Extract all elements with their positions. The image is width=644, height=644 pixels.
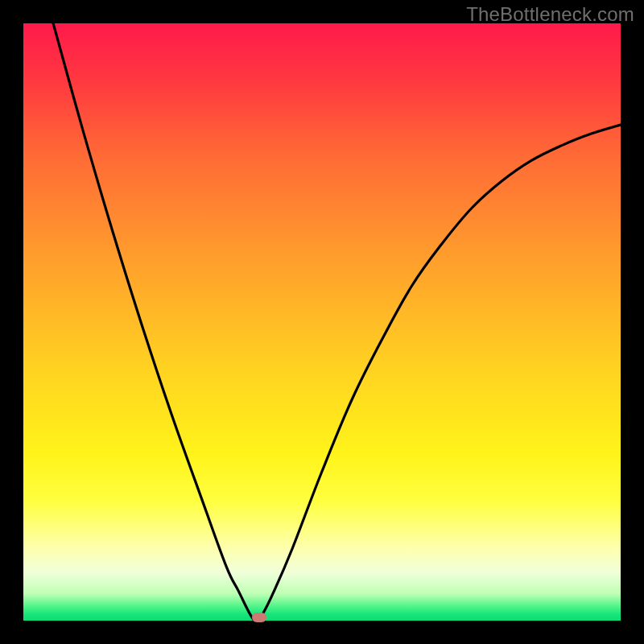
curve-path	[53, 23, 621, 621]
watermark-text: TheBottleneck.com	[466, 3, 634, 26]
plot-area	[23, 23, 621, 621]
bottleneck-curve	[23, 23, 621, 621]
optimum-marker	[252, 613, 266, 622]
chart-frame: TheBottleneck.com	[0, 0, 644, 644]
